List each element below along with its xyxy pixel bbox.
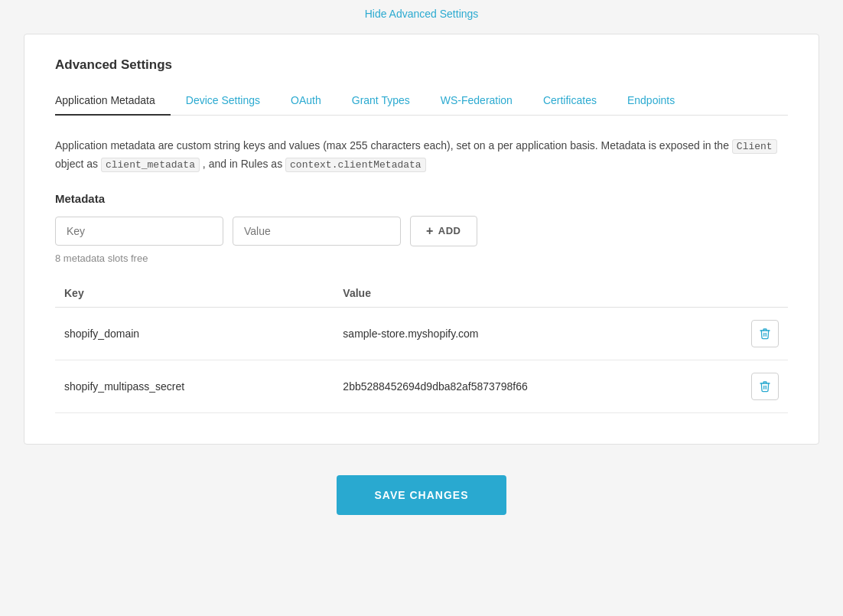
table-row: shopify_multipass_secret2bb5288452694d9d… (55, 360, 788, 412)
tab-application-metadata[interactable]: Application Metadata (55, 86, 171, 116)
context-client-metadata-code: context.clientMetadata (285, 158, 426, 172)
client-metadata-code: client_metadata (101, 158, 200, 172)
tab-oauth[interactable]: OAuth (275, 86, 337, 116)
plus-icon: + (426, 224, 434, 238)
row-key: shopify_domain (55, 307, 334, 360)
section-title: Advanced Settings (55, 57, 788, 73)
table-row: shopify_domainsample-store.myshopify.com (55, 307, 788, 360)
description-text-middle1: object as (55, 158, 101, 170)
col-key-header: Key (55, 279, 334, 308)
save-section: SAVE CHANGES (337, 475, 507, 515)
metadata-label: Metadata (55, 192, 788, 205)
hide-advanced-settings-link[interactable]: Hide Advanced Settings (0, 8, 843, 20)
tab-ws-federation[interactable]: WS-Federation (425, 86, 528, 116)
tab-device-settings[interactable]: Device Settings (171, 86, 275, 116)
tab-endpoints[interactable]: Endpoints (612, 86, 690, 116)
row-delete-cell (742, 360, 788, 412)
trash-icon (759, 380, 771, 393)
description-text-before: Application metadata are custom string k… (55, 139, 732, 152)
add-label: ADD (438, 225, 461, 236)
description-text-middle2: , and in Rules as (200, 158, 285, 170)
client-code: Client (732, 139, 777, 154)
save-changes-button[interactable]: SAVE CHANGES (337, 475, 507, 515)
row-value: 2bb5288452694d9dba82af5873798f66 (334, 360, 742, 412)
advanced-settings-card: Advanced Settings Application Metadata D… (24, 34, 819, 445)
add-button[interactable]: + ADD (410, 216, 477, 246)
col-value-header: Value (334, 279, 742, 308)
row-key: shopify_multipass_secret (55, 360, 334, 412)
description-text: Application metadata are custom string k… (55, 137, 788, 174)
delete-button[interactable] (751, 373, 779, 400)
metadata-table: Key Value shopify_domainsample-store.mys… (55, 279, 788, 413)
row-delete-cell (742, 307, 788, 360)
slots-free-text: 8 metadata slots free (55, 253, 788, 264)
col-action-header (742, 279, 788, 308)
tab-certificates[interactable]: Certificates (528, 86, 612, 116)
row-value: sample-store.myshopify.com (334, 307, 742, 360)
tabs-container: Application Metadata Device Settings OAu… (55, 86, 788, 116)
metadata-input-row: + ADD (55, 216, 788, 246)
delete-button[interactable] (751, 320, 779, 347)
trash-icon (759, 328, 771, 340)
key-input[interactable] (55, 217, 223, 246)
tab-grant-types[interactable]: Grant Types (337, 86, 425, 116)
value-input[interactable] (233, 217, 401, 246)
